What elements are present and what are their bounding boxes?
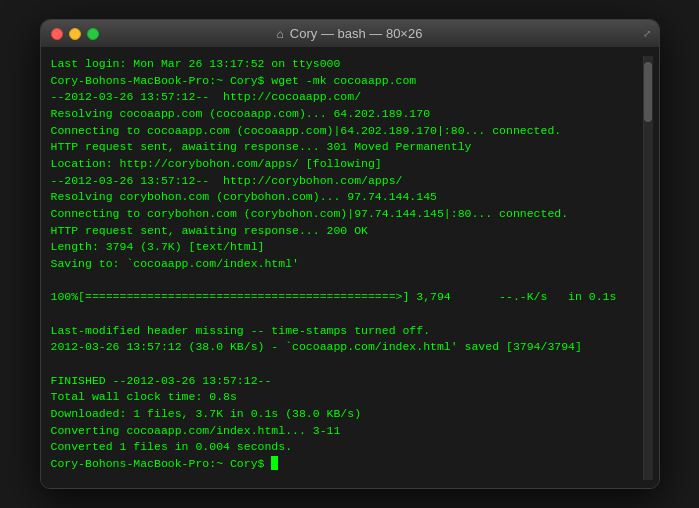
window-title: ⌂ Cory — bash — 80×26 (277, 26, 423, 41)
resize-icon: ⤢ (643, 28, 651, 40)
terminal-line: HTTP request sent, awaiting response... … (51, 223, 643, 240)
terminal-line: --2012-03-26 13:57:12-- http://corybohon… (51, 173, 643, 190)
scrollbar-thumb[interactable] (644, 62, 652, 122)
terminal-line: Length: 3794 (3.7K) [text/html] (51, 239, 643, 256)
traffic-lights (51, 28, 99, 40)
terminal-line (51, 306, 643, 323)
terminal-line: 2012-03-26 13:57:12 (38.0 KB/s) - `cocoa… (51, 339, 643, 356)
terminal-line: Location: http://corybohon.com/apps/ [fo… (51, 156, 643, 173)
terminal-line: Last-modified header missing -- time-sta… (51, 323, 643, 340)
terminal-line: Converted 1 files in 0.004 seconds. (51, 439, 643, 456)
terminal-line: Last login: Mon Mar 26 13:17:52 on ttys0… (51, 56, 643, 73)
terminal-line: Connecting to cocoaapp.com (cocoaapp.com… (51, 123, 643, 140)
terminal-line: FINISHED --2012-03-26 13:57:12-- (51, 373, 643, 390)
close-button[interactable] (51, 28, 63, 40)
terminal-line: Resolving cocoaapp.com (cocoaapp.com)...… (51, 106, 643, 123)
terminal-line: Downloaded: 1 files, 3.7K in 0.1s (38.0 … (51, 406, 643, 423)
terminal-line: --2012-03-26 13:57:12-- http://cocoaapp.… (51, 89, 643, 106)
terminal-body[interactable]: Last login: Mon Mar 26 13:17:52 on ttys0… (41, 48, 659, 488)
terminal-line (51, 273, 643, 290)
terminal-line: Connecting to corybohon.com (corybohon.c… (51, 206, 643, 223)
titlebar: ⌂ Cory — bash — 80×26 ⤢ (41, 20, 659, 48)
terminal-line: 100%[===================================… (51, 289, 643, 306)
terminal-content: Last login: Mon Mar 26 13:17:52 on ttys0… (51, 56, 643, 480)
terminal-line (51, 356, 643, 373)
maximize-button[interactable] (87, 28, 99, 40)
terminal-line: Cory-Bohons-MacBook-Pro:~ Cory$ wget -mk… (51, 73, 643, 90)
minimize-button[interactable] (69, 28, 81, 40)
terminal-line: Resolving corybohon.com (corybohon.com).… (51, 189, 643, 206)
terminal-cursor (271, 456, 278, 470)
terminal-line: Converting cocoaapp.com/index.html... 3-… (51, 423, 643, 440)
title-icon: ⌂ (277, 27, 284, 41)
terminal-window: ⌂ Cory — bash — 80×26 ⤢ Last login: Mon … (40, 19, 660, 489)
scrollbar[interactable] (643, 56, 653, 480)
title-label: Cory — bash — 80×26 (290, 26, 423, 41)
terminal-line: Saving to: `cocoaapp.com/index.html' (51, 256, 643, 273)
terminal-line: HTTP request sent, awaiting response... … (51, 139, 643, 156)
terminal-line: Cory-Bohons-MacBook-Pro:~ Cory$ (51, 456, 643, 473)
terminal-line: Total wall clock time: 0.8s (51, 389, 643, 406)
